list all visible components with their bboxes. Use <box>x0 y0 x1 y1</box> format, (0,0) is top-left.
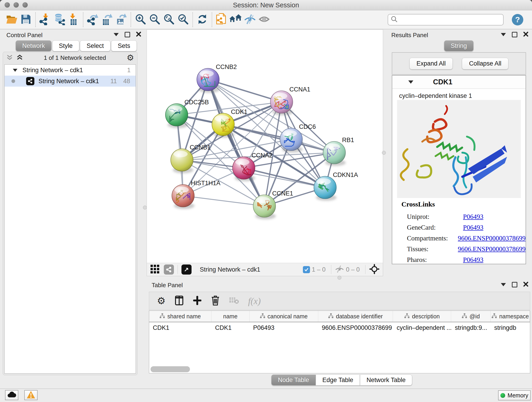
export-image-button[interactable] <box>114 12 128 27</box>
memory-button[interactable]: Memory <box>498 390 531 400</box>
show-columns-icon[interactable] <box>175 295 184 306</box>
warnings-button[interactable] <box>24 390 38 400</box>
help-button[interactable]: ? <box>512 14 523 26</box>
table-row[interactable]: CDK1CDK1P064939606.ENSP00000378699cyclin… <box>149 322 530 333</box>
hide-graphics-button[interactable] <box>243 12 257 27</box>
close-table-icon[interactable] <box>523 282 528 288</box>
import-table-button[interactable] <box>66 12 81 27</box>
table-panel: Table Panel ⚙ f(x) shared namenamecanoni… <box>147 279 532 389</box>
refresh-layout-button[interactable] <box>195 12 209 27</box>
import-network-from-database-button[interactable] <box>52 12 66 27</box>
collapse-table-icon[interactable] <box>501 283 506 286</box>
table-options-gear-icon[interactable]: ⚙ <box>157 296 166 306</box>
edge-CDK1-RB1[interactable] <box>223 124 334 153</box>
node-CDC6[interactable]: CDC6 <box>280 123 316 153</box>
tab-network-table[interactable]: Network Table <box>360 375 412 385</box>
results-panel: Results Panel String Expand All Collapse… <box>386 29 532 279</box>
column-header-shared-name[interactable]: shared name <box>149 311 211 322</box>
crosshair-icon[interactable] <box>369 264 380 275</box>
home-networks-button[interactable] <box>229 12 243 27</box>
tree-expander-icon[interactable] <box>13 69 17 72</box>
node-RB1[interactable]: RB1 <box>323 137 354 166</box>
collection-count: 1 <box>127 67 131 74</box>
collapse-all-button[interactable]: Collapse All <box>462 58 508 70</box>
gene-expander-icon[interactable] <box>408 80 413 84</box>
node-label-CDKN1A: CDKN1A <box>333 172 358 178</box>
grid-view-icon[interactable] <box>150 264 160 275</box>
clone-network-button[interactable] <box>215 12 229 27</box>
float-table-icon[interactable] <box>512 282 517 287</box>
float-results-icon[interactable] <box>512 32 517 37</box>
node-CCNB2[interactable]: CCNB2 <box>197 64 237 93</box>
gene-header-row[interactable]: CDK1 <box>392 76 526 89</box>
network-canvas[interactable]: CCNB2CCNA1CDC25BCDK1CDC6RB1CCNB1CCNA2CDK… <box>147 30 383 263</box>
vertical-splitter-grip-right[interactable] <box>382 151 386 155</box>
close-panel-icon[interactable] <box>136 32 141 38</box>
export-table-button[interactable] <box>100 12 114 27</box>
tab-network[interactable]: Network <box>16 40 51 51</box>
zoom-out-button[interactable] <box>147 12 162 27</box>
network-row[interactable]: String Network – cdk1 11 48 <box>5 76 136 87</box>
network-tree: String Network – cdk1 1 String Network –… <box>4 64 136 374</box>
crosslink-value-link[interactable]: 9606.ENSP00000378699 <box>458 233 526 244</box>
column-header-database-identifier[interactable]: database identifier <box>318 311 393 322</box>
crosslinks-section: CrossLinks Uniprot:P06493GeneCard:P06493… <box>392 198 526 265</box>
add-column-icon[interactable] <box>193 295 202 306</box>
column-header-namespace[interactable]: namespace <box>491 311 530 322</box>
collapse-panel-icon[interactable] <box>114 33 119 36</box>
crosslink-value-link[interactable]: P06493 <box>463 254 483 265</box>
save-session-button[interactable] <box>19 12 33 27</box>
table-cell: stringdb:9... <box>451 322 491 333</box>
import-network-button[interactable] <box>38 12 52 27</box>
network-options-gear-icon[interactable]: ⚙ <box>127 53 134 63</box>
zoom-selected-button[interactable] <box>176 12 190 27</box>
node-CDK1[interactable]: CDK1 <box>212 108 247 138</box>
float-panel-icon[interactable] <box>125 32 130 37</box>
network-collection-row[interactable]: String Network – cdk1 1 <box>5 65 136 76</box>
tab-sets[interactable]: Sets <box>111 40 137 51</box>
export-network-button[interactable] <box>86 12 100 27</box>
crosslink-row: Pharos:P06493 <box>401 254 526 265</box>
selected-checkbox[interactable] <box>303 266 310 273</box>
expand-all-networks-icon[interactable] <box>6 54 13 62</box>
column-header-description[interactable]: description <box>393 311 451 322</box>
function-builder-icon: f(x) <box>248 296 261 306</box>
fit-content-button[interactable] <box>162 12 176 27</box>
crosslink-value-link[interactable]: P06493 <box>463 211 483 222</box>
delete-column-icon[interactable] <box>211 295 220 307</box>
node-CDC25B[interactable]: CDC25B <box>165 99 209 128</box>
share-view-icon[interactable] <box>164 264 174 274</box>
edge-CCNB2-CCNE1[interactable] <box>208 80 264 206</box>
toolbar-separator <box>212 12 212 27</box>
column-header--id[interactable]: @id <box>451 311 491 322</box>
node-HIST1H1A[interactable]: HIST1H1A <box>172 180 220 209</box>
edge-CCNB2-CCNA1[interactable] <box>208 80 282 102</box>
tab-select[interactable]: Select <box>80 40 110 51</box>
tab-style[interactable]: Style <box>52 40 79 51</box>
open-session-button[interactable] <box>5 12 19 27</box>
network-selection-status: 1 of 1 Network selected <box>23 54 127 61</box>
birds-eye-view-icon[interactable] <box>181 264 191 274</box>
search-input[interactable] <box>400 16 500 23</box>
scrollbar-thumb[interactable] <box>151 366 190 372</box>
vertical-splitter-grip[interactable] <box>143 206 147 210</box>
column-header-canonical-name[interactable]: canonical name <box>249 311 318 322</box>
node-CDKN1A[interactable]: CDKN1A <box>314 172 358 201</box>
tab-edge-table[interactable]: Edge Table <box>316 375 360 385</box>
cloud-status-button[interactable] <box>5 390 18 400</box>
edge-HIST1H1A-CCNE1[interactable] <box>183 196 264 206</box>
collapse-all-networks-icon[interactable] <box>16 54 23 62</box>
tab-node-table[interactable]: Node Table <box>271 375 316 385</box>
main-toolbar: ? <box>0 10 532 29</box>
zoom-in-button[interactable] <box>133 12 147 27</box>
node-CCNA1[interactable]: CCNA1 <box>270 86 310 115</box>
crosslink-value-link[interactable]: P06493 <box>463 222 483 233</box>
collapse-results-icon[interactable] <box>501 33 506 36</box>
close-results-icon[interactable] <box>523 32 528 38</box>
results-tab-string[interactable]: String <box>444 40 474 51</box>
column-header-name[interactable]: name <box>211 311 249 322</box>
expand-all-button[interactable]: Expand All <box>409 58 453 70</box>
node-label-CDC6: CDC6 <box>299 123 316 130</box>
show-graphics-button[interactable] <box>257 12 271 27</box>
crosslink-value-link[interactable]: 9606.ENSP00000378699 <box>458 244 526 254</box>
